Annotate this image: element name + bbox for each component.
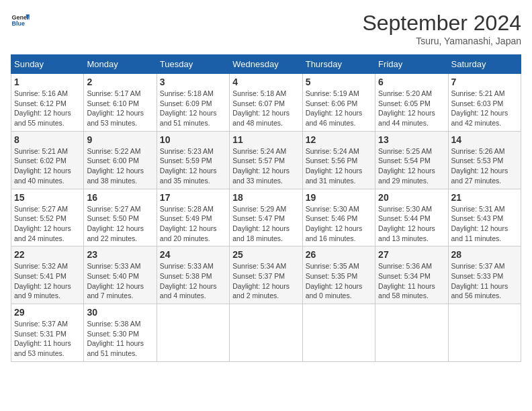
calendar-cell: 8Sunrise: 5:21 AMSunset: 6:02 PMDaylight…: [11, 131, 84, 189]
calendar-cell: 24Sunrise: 5:33 AMSunset: 5:38 PMDayligh…: [157, 246, 229, 304]
calendar-week: 8Sunrise: 5:21 AMSunset: 6:02 PMDaylight…: [11, 131, 521, 189]
calendar-body: 1Sunrise: 5:16 AMSunset: 6:12 PMDaylight…: [11, 74, 521, 362]
day-info: Sunrise: 5:35 AMSunset: 5:35 PMDaylight:…: [306, 261, 372, 301]
day-number: 3: [160, 77, 226, 87]
calendar-cell: 28Sunrise: 5:37 AMSunset: 5:33 PMDayligh…: [448, 246, 521, 304]
calendar-table: SundayMondayTuesdayWednesdayThursdayFrid…: [11, 54, 521, 362]
day-info: Sunrise: 5:24 AMSunset: 5:57 PMDaylight:…: [232, 146, 299, 186]
day-info: Sunrise: 5:38 AMSunset: 5:30 PMDaylight:…: [87, 319, 153, 359]
calendar-cell: 1Sunrise: 5:16 AMSunset: 6:12 PMDaylight…: [11, 74, 84, 132]
day-info: Sunrise: 5:30 AMSunset: 5:46 PMDaylight:…: [306, 204, 372, 244]
day-info: Sunrise: 5:33 AMSunset: 5:40 PMDaylight:…: [87, 261, 153, 301]
day-number: 13: [378, 134, 445, 145]
calendar-cell: 9Sunrise: 5:22 AMSunset: 6:00 PMDaylight…: [84, 131, 157, 189]
day-number: 18: [232, 192, 299, 203]
calendar-cell: 29Sunrise: 5:37 AMSunset: 5:31 PMDayligh…: [11, 304, 84, 362]
day-number: 27: [378, 249, 445, 260]
calendar-cell: 19Sunrise: 5:30 AMSunset: 5:46 PMDayligh…: [302, 189, 375, 246]
calendar-week: 22Sunrise: 5:32 AMSunset: 5:41 PMDayligh…: [11, 246, 521, 304]
day-info: Sunrise: 5:37 AMSunset: 5:31 PMDaylight:…: [14, 319, 81, 359]
calendar-cell: 21Sunrise: 5:31 AMSunset: 5:43 PMDayligh…: [448, 189, 521, 246]
day-number: 6: [378, 77, 445, 87]
calendar-cell: 20Sunrise: 5:30 AMSunset: 5:44 PMDayligh…: [375, 189, 448, 246]
calendar-cell: 3Sunrise: 5:18 AMSunset: 6:09 PMDaylight…: [157, 74, 229, 132]
day-number: 15: [14, 192, 81, 203]
calendar-cell: 25Sunrise: 5:34 AMSunset: 5:37 PMDayligh…: [230, 246, 302, 304]
day-number: 19: [306, 192, 372, 203]
calendar-week: 15Sunrise: 5:27 AMSunset: 5:52 PMDayligh…: [11, 189, 521, 246]
calendar-cell: 12Sunrise: 5:24 AMSunset: 5:56 PMDayligh…: [302, 131, 375, 189]
day-info: Sunrise: 5:19 AMSunset: 6:06 PMDaylight:…: [306, 89, 372, 128]
day-number: 21: [451, 192, 518, 203]
day-info: Sunrise: 5:24 AMSunset: 5:56 PMDaylight:…: [306, 146, 372, 186]
calendar-cell: 14Sunrise: 5:26 AMSunset: 5:53 PMDayligh…: [448, 131, 521, 189]
day-number: 28: [451, 249, 518, 260]
calendar-cell: 4Sunrise: 5:18 AMSunset: 6:07 PMDaylight…: [230, 74, 302, 132]
day-info: Sunrise: 5:36 AMSunset: 5:34 PMDaylight:…: [378, 261, 445, 301]
day-number: 5: [306, 77, 372, 87]
calendar-header-row: SundayMondayTuesdayWednesdayThursdayFrid…: [11, 55, 521, 74]
calendar-week: 29Sunrise: 5:37 AMSunset: 5:31 PMDayligh…: [11, 304, 521, 362]
day-info: Sunrise: 5:34 AMSunset: 5:37 PMDaylight:…: [232, 261, 299, 301]
day-number: 11: [232, 134, 299, 145]
calendar-day-header: Thursday: [302, 55, 375, 74]
day-number: 26: [306, 249, 372, 260]
logo: General Blue: [11, 11, 30, 30]
calendar-day-header: Sunday: [11, 55, 84, 74]
calendar-day-header: Friday: [375, 55, 448, 74]
calendar-cell: 23Sunrise: 5:33 AMSunset: 5:40 PMDayligh…: [84, 246, 157, 304]
calendar-day-header: Wednesday: [230, 55, 302, 74]
day-info: Sunrise: 5:26 AMSunset: 5:53 PMDaylight:…: [451, 146, 518, 186]
day-number: 4: [232, 77, 299, 87]
day-info: Sunrise: 5:27 AMSunset: 5:52 PMDaylight:…: [14, 204, 81, 244]
calendar-cell: 17Sunrise: 5:28 AMSunset: 5:49 PMDayligh…: [157, 189, 229, 246]
calendar-cell: 13Sunrise: 5:25 AMSunset: 5:54 PMDayligh…: [375, 131, 448, 189]
day-info: Sunrise: 5:17 AMSunset: 6:10 PMDaylight:…: [87, 89, 153, 128]
day-number: 24: [160, 249, 226, 260]
day-info: Sunrise: 5:28 AMSunset: 5:49 PMDaylight:…: [160, 204, 226, 244]
day-number: 8: [14, 134, 81, 145]
day-info: Sunrise: 5:18 AMSunset: 6:07 PMDaylight:…: [232, 89, 299, 128]
day-number: 14: [451, 134, 518, 145]
day-info: Sunrise: 5:21 AMSunset: 6:02 PMDaylight:…: [14, 146, 81, 186]
calendar-day-header: Monday: [84, 55, 157, 74]
day-number: 30: [87, 307, 153, 318]
day-number: 10: [160, 134, 226, 145]
calendar-cell: 10Sunrise: 5:23 AMSunset: 5:59 PMDayligh…: [157, 131, 229, 189]
day-number: 17: [160, 192, 226, 203]
title-area: September 2024 Tsuru, Yamanashi, Japan: [362, 11, 521, 46]
calendar-cell: 18Sunrise: 5:29 AMSunset: 5:47 PMDayligh…: [230, 189, 302, 246]
day-number: 20: [378, 192, 445, 203]
calendar-cell: 30Sunrise: 5:38 AMSunset: 5:30 PMDayligh…: [84, 304, 157, 362]
day-info: Sunrise: 5:25 AMSunset: 5:54 PMDaylight:…: [378, 146, 445, 186]
calendar-cell: 7Sunrise: 5:21 AMSunset: 6:03 PMDaylight…: [448, 74, 521, 132]
calendar-cell: 15Sunrise: 5:27 AMSunset: 5:52 PMDayligh…: [11, 189, 84, 246]
day-number: 29: [14, 307, 81, 318]
calendar-day-header: Tuesday: [157, 55, 229, 74]
calendar-cell: 5Sunrise: 5:19 AMSunset: 6:06 PMDaylight…: [302, 74, 375, 132]
day-info: Sunrise: 5:18 AMSunset: 6:09 PMDaylight:…: [160, 89, 226, 128]
calendar-cell: 27Sunrise: 5:36 AMSunset: 5:34 PMDayligh…: [375, 246, 448, 304]
day-number: 9: [87, 134, 153, 145]
day-number: 22: [14, 249, 81, 260]
calendar-cell: [157, 304, 229, 362]
calendar-cell: 26Sunrise: 5:35 AMSunset: 5:35 PMDayligh…: [302, 246, 375, 304]
calendar-cell: [302, 304, 375, 362]
day-info: Sunrise: 5:27 AMSunset: 5:50 PMDaylight:…: [87, 204, 153, 244]
calendar-cell: 11Sunrise: 5:24 AMSunset: 5:57 PMDayligh…: [230, 131, 302, 189]
calendar-week: 1Sunrise: 5:16 AMSunset: 6:12 PMDaylight…: [11, 74, 521, 132]
svg-text:Blue: Blue: [11, 20, 25, 27]
day-number: 2: [87, 77, 153, 87]
calendar-day-header: Saturday: [448, 55, 521, 74]
day-info: Sunrise: 5:20 AMSunset: 6:05 PMDaylight:…: [378, 89, 445, 128]
day-number: 1: [14, 77, 81, 87]
day-number: 12: [306, 134, 372, 145]
day-info: Sunrise: 5:31 AMSunset: 5:43 PMDaylight:…: [451, 204, 518, 244]
calendar-cell: [448, 304, 521, 362]
day-info: Sunrise: 5:30 AMSunset: 5:44 PMDaylight:…: [378, 204, 445, 244]
day-number: 23: [87, 249, 153, 260]
calendar-cell: [230, 304, 302, 362]
day-number: 16: [87, 192, 153, 203]
day-number: 25: [232, 249, 299, 260]
calendar-cell: 22Sunrise: 5:32 AMSunset: 5:41 PMDayligh…: [11, 246, 84, 304]
